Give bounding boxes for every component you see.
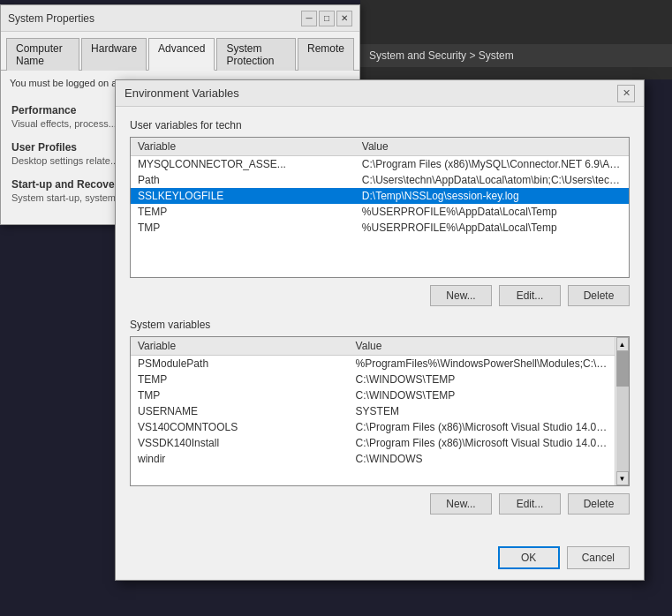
user-var-value: C:\Program Files (x86)\MySQL\Connector.N…	[355, 156, 629, 173]
sys-table-row[interactable]: TMP C:\WINDOWS\TEMP	[131, 387, 615, 403]
user-col-value: Value	[355, 138, 629, 156]
user-var-name: TEMP	[131, 204, 355, 220]
user-var-value: %USERPROFILE%\AppData\Local\Temp	[355, 204, 629, 220]
sys-col-variable: Variable	[131, 337, 349, 356]
tab-system-protection[interactable]: System Protection	[216, 38, 296, 71]
scroll-down-arrow[interactable]: ▼	[616, 471, 629, 485]
env-titlebar: Environment Variables ✕	[116, 80, 644, 107]
user-table-header-row: Variable Value	[131, 138, 629, 156]
sys-var-value: C:\WINDOWS\TEMP	[349, 372, 615, 387]
sys-table-row[interactable]: windir C:\WINDOWS	[131, 451, 615, 467]
sys-table-row[interactable]: VS140COMNTOOLS C:\Program Files (x86)\Mi…	[131, 419, 615, 435]
user-btn-row: New... Edit... Delete	[130, 285, 630, 306]
sys-table-row[interactable]: VSSDK140Install C:\Program Files (x86)\M…	[131, 435, 615, 451]
sys-var-value: C:\WINDOWS\TEMP	[349, 387, 615, 403]
minimize-button[interactable]: ─	[301, 11, 317, 26]
titlebar-controls: ─ □ ✕	[301, 11, 352, 26]
sys-var-name: TEMP	[131, 372, 349, 387]
system-variables-table-container[interactable]: Variable Value PSModulePath %ProgramFile…	[130, 336, 630, 486]
scroll-up-arrow[interactable]: ▲	[616, 337, 629, 351]
system-variables-table: Variable Value PSModulePath %ProgramFile…	[131, 337, 615, 467]
sys-var-name: VSSDK140Install	[131, 435, 349, 451]
scroll-thumb[interactable]	[616, 351, 629, 387]
user-table-row[interactable]: MYSQLCONNECTOR_ASSE... C:\Program Files …	[131, 156, 629, 173]
sys-var-value: %ProgramFiles%\WindowsPowerShell\Modules…	[349, 356, 615, 372]
user-variables-table: Variable Value MYSQLCONNECTOR_ASSE... C:…	[131, 138, 629, 236]
close-button[interactable]: ✕	[336, 11, 352, 26]
user-table-row[interactable]: Path C:\Users\techn\AppData\Local\atom\b…	[131, 172, 629, 188]
sys-var-name: USERNAME	[131, 403, 349, 419]
user-var-name: MYSQLCONNECTOR_ASSE...	[131, 156, 355, 173]
tab-advanced[interactable]: Advanced	[148, 38, 215, 71]
breadcrumb: System and Security > System	[360, 44, 672, 67]
sys-delete-button[interactable]: Delete	[568, 493, 630, 515]
env-variables-dialog: Environment Variables ✕ User variables f…	[115, 79, 645, 581]
sys-var-value: SYSTEM	[349, 403, 615, 419]
system-section-title: System variables	[130, 319, 630, 331]
user-col-variable: Variable	[131, 138, 355, 156]
sys-edit-button[interactable]: Edit...	[499, 493, 561, 515]
sys-table-header-row: Variable Value	[131, 337, 615, 356]
user-new-button[interactable]: New...	[430, 285, 492, 306]
user-var-value: %USERPROFILE%\AppData\Local\Temp	[355, 220, 629, 236]
sys-table-row[interactable]: USERNAME SYSTEM	[131, 403, 615, 419]
user-var-value: D:\Temp\NSSLog\session-key.log	[355, 188, 629, 204]
user-var-value: C:\Users\techn\AppData\Local\atom\bin;C:…	[355, 172, 629, 188]
user-var-name: SSLKEYLOGFILE	[131, 188, 355, 204]
user-section-title: User variables for techn	[130, 119, 630, 131]
user-table-row[interactable]: TMP %USERPROFILE%\AppData\Local\Temp	[131, 220, 629, 236]
sys-var-value: C:\Program Files (x86)\Microsoft Visual …	[349, 435, 615, 451]
sys-var-name: PSModulePath	[131, 356, 349, 372]
sys-var-name: windir	[131, 451, 349, 467]
user-var-name: TMP	[131, 220, 355, 236]
sys-table-row[interactable]: PSModulePath %ProgramFiles%\WindowsPower…	[131, 356, 615, 372]
breadcrumb-text: System and Security > System	[369, 49, 514, 62]
env-body: User variables for techn Variable Value …	[116, 107, 644, 539]
sys-props-titlebar: System Properties ─ □ ✕	[1, 5, 359, 32]
user-table-row[interactable]: SSLKEYLOGFILE D:\Temp\NSSLog\session-key…	[131, 188, 629, 204]
sys-var-value: C:\WINDOWS	[349, 451, 615, 467]
sys-col-value: Value	[349, 337, 615, 356]
sys-var-value: C:\Program Files (x86)\Microsoft Visual …	[349, 419, 615, 435]
tabs-bar: Computer Name Hardware Advanced System P…	[1, 32, 359, 71]
bottom-btn-row: OK Cancel	[116, 539, 644, 580]
topbar-area	[360, 0, 672, 79]
sys-props-title: System Properties	[8, 12, 94, 25]
user-delete-button[interactable]: Delete	[568, 285, 630, 306]
sys-scrollbar[interactable]: ▲ ▼	[615, 337, 629, 485]
maximize-button[interactable]: □	[319, 11, 335, 26]
sys-table-row[interactable]: TEMP C:\WINDOWS\TEMP	[131, 372, 615, 387]
env-dialog-title: Environment Variables	[125, 86, 239, 100]
user-table-row[interactable]: TEMP %USERPROFILE%\AppData\Local\Temp	[131, 204, 629, 220]
sys-var-name: VS140COMNTOOLS	[131, 419, 349, 435]
user-variables-table-container[interactable]: Variable Value MYSQLCONNECTOR_ASSE... C:…	[130, 137, 630, 278]
user-edit-button[interactable]: Edit...	[499, 285, 561, 306]
sys-btn-row: New... Edit... Delete	[130, 493, 630, 515]
sys-var-name: TMP	[131, 387, 349, 403]
tab-hardware[interactable]: Hardware	[81, 38, 147, 71]
scroll-track[interactable]	[616, 351, 629, 471]
sys-new-button[interactable]: New...	[430, 493, 492, 515]
tab-remote[interactable]: Remote	[298, 38, 354, 71]
cancel-button[interactable]: Cancel	[567, 546, 630, 569]
env-close-button[interactable]: ✕	[617, 85, 635, 102]
tab-computer-name[interactable]: Computer Name	[6, 38, 79, 71]
ok-button[interactable]: OK	[498, 546, 560, 569]
user-var-name: Path	[131, 172, 355, 188]
